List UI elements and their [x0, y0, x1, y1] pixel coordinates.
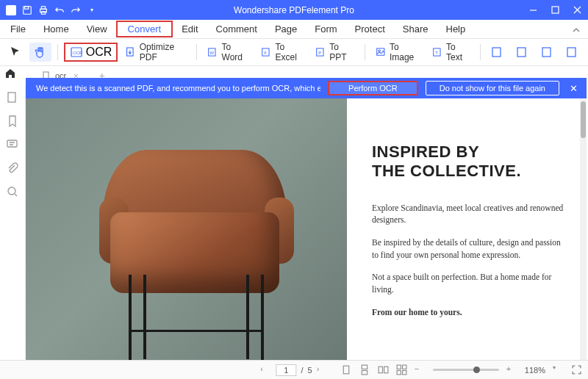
- svg-rect-28: [8, 93, 15, 102]
- svg-rect-7: [552, 7, 559, 13]
- app-logo-icon: [6, 5, 16, 15]
- svg-rect-24: [517, 48, 526, 57]
- comments-icon[interactable]: [6, 138, 19, 151]
- attachments-icon[interactable]: [6, 162, 19, 175]
- toppt-button[interactable]: PTo PPT: [311, 39, 359, 65]
- redo-icon[interactable]: [71, 5, 81, 15]
- menu-comment[interactable]: Comment: [207, 21, 266, 37]
- print-icon[interactable]: [38, 5, 49, 15]
- svg-rect-35: [379, 367, 382, 373]
- select-tool[interactable]: [4, 43, 26, 62]
- zoom-in-icon[interactable]: +: [506, 364, 517, 375]
- svg-rect-4: [41, 6, 45, 9]
- menu-view[interactable]: View: [78, 21, 116, 37]
- ocr-button[interactable]: OCR OCR: [64, 43, 118, 62]
- search-icon[interactable]: [6, 185, 19, 198]
- ocr-label: OCR: [86, 46, 112, 59]
- convert-ext4[interactable]: [562, 43, 584, 62]
- svg-rect-5: [41, 11, 45, 14]
- hide-banner-button[interactable]: Do not show for this file again: [426, 81, 559, 95]
- home-icon[interactable]: [4, 68, 16, 82]
- svg-text:T: T: [435, 51, 438, 55]
- svg-point-30: [8, 187, 15, 195]
- svg-rect-19: [376, 48, 384, 55]
- menu-help[interactable]: Help: [437, 21, 475, 37]
- optimize-button[interactable]: Optimize PDF: [121, 39, 190, 65]
- view-two-cont-icon[interactable]: [396, 364, 407, 375]
- menu-share[interactable]: Share: [394, 21, 437, 37]
- view-two-icon[interactable]: [378, 364, 389, 375]
- heading-line1: INSPIRED BY: [372, 142, 567, 162]
- svg-rect-25: [542, 48, 551, 57]
- svg-text:X: X: [264, 51, 267, 55]
- svg-rect-29: [7, 140, 17, 147]
- view-single-icon[interactable]: [341, 364, 352, 375]
- svg-rect-40: [402, 371, 406, 375]
- undo-icon[interactable]: [54, 5, 65, 15]
- convert-ext2[interactable]: [512, 43, 534, 62]
- collapse-ribbon-icon[interactable]: [572, 26, 581, 37]
- menubar: File Home View Convert Edit Comment Page…: [0, 20, 588, 39]
- menu-convert[interactable]: Convert: [116, 21, 173, 37]
- scroll-thumb[interactable]: [581, 101, 586, 138]
- page-text: INSPIRED BY THE COLLECTIVE. Explore Scan…: [347, 98, 587, 360]
- vertical-scrollbar[interactable]: [580, 98, 587, 360]
- convert-ext3[interactable]: [537, 43, 559, 62]
- toimage-button[interactable]: To Image: [371, 39, 425, 65]
- maximize-button[interactable]: [544, 0, 566, 20]
- convert-ext1[interactable]: [487, 43, 509, 62]
- hand-tool[interactable]: [29, 43, 51, 62]
- page-nav: ‹ 1 / 5 ›: [260, 364, 327, 376]
- paragraph-3: Not a space built on perfection. But a h…: [372, 271, 567, 295]
- svg-rect-37: [397, 365, 401, 369]
- svg-rect-23: [492, 48, 501, 57]
- perform-ocr-button[interactable]: Perform OCR: [328, 81, 418, 95]
- prev-page-icon[interactable]: ‹: [260, 364, 271, 375]
- menu-protect[interactable]: Protect: [346, 21, 394, 37]
- left-sidebar: [0, 85, 26, 360]
- svg-text:OCR: OCR: [73, 51, 83, 55]
- next-page-icon[interactable]: ›: [317, 364, 328, 375]
- close-button[interactable]: [566, 0, 588, 20]
- thumbnails-icon[interactable]: [6, 91, 19, 104]
- zoom-knob[interactable]: [473, 367, 480, 373]
- menu-edit[interactable]: Edit: [173, 21, 207, 37]
- dropdown-icon[interactable]: ▾: [87, 5, 97, 15]
- zoom-dropdown-icon[interactable]: ▾: [553, 364, 564, 375]
- paragraph-2: Be inspired by the details of culture, d…: [372, 237, 567, 261]
- svg-point-20: [378, 50, 380, 52]
- svg-text:P: P: [318, 51, 321, 55]
- menu-file[interactable]: File: [1, 21, 35, 37]
- menu-home[interactable]: Home: [35, 21, 78, 37]
- totext-button[interactable]: TTo Text: [428, 39, 474, 65]
- separator: [365, 44, 365, 60]
- paragraph-1: Explore Scandinavia, meet local creative…: [372, 202, 567, 226]
- fullscreen-icon[interactable]: [571, 364, 582, 375]
- svg-rect-33: [362, 365, 368, 369]
- minimize-button[interactable]: [522, 0, 544, 20]
- separator: [480, 44, 481, 60]
- svg-rect-36: [384, 367, 387, 373]
- app-title: Wondershare PDFelement Pro: [234, 5, 354, 15]
- svg-rect-26: [567, 48, 576, 57]
- zoom-slider[interactable]: [433, 369, 499, 371]
- page-image: [26, 98, 347, 360]
- menu-form[interactable]: Form: [306, 21, 345, 37]
- bookmarks-icon[interactable]: [6, 115, 19, 128]
- view-continuous-icon[interactable]: [359, 364, 370, 375]
- banner-msg: We detect this is a scanned PDF, and rec…: [36, 84, 320, 93]
- svg-rect-2: [25, 6, 29, 9]
- banner-close-icon[interactable]: ✕: [567, 83, 581, 94]
- save-icon[interactable]: [22, 5, 32, 15]
- svg-rect-34: [362, 371, 368, 375]
- statusbar: ‹ 1 / 5 › − + 118% ▾: [0, 360, 588, 379]
- toexcel-button[interactable]: XTo Excel: [257, 39, 308, 65]
- toword-button[interactable]: WTo Word: [203, 39, 254, 65]
- page-current[interactable]: 1: [276, 364, 296, 376]
- page: INSPIRED BY THE COLLECTIVE. Explore Scan…: [26, 98, 587, 360]
- paragraph-4: From our home to yours.: [372, 306, 567, 319]
- document-canvas[interactable]: INSPIRED BY THE COLLECTIVE. Explore Scan…: [26, 98, 587, 360]
- menu-page[interactable]: Page: [266, 21, 306, 37]
- zoom-out-icon[interactable]: −: [415, 364, 426, 375]
- svg-text:W: W: [210, 51, 215, 55]
